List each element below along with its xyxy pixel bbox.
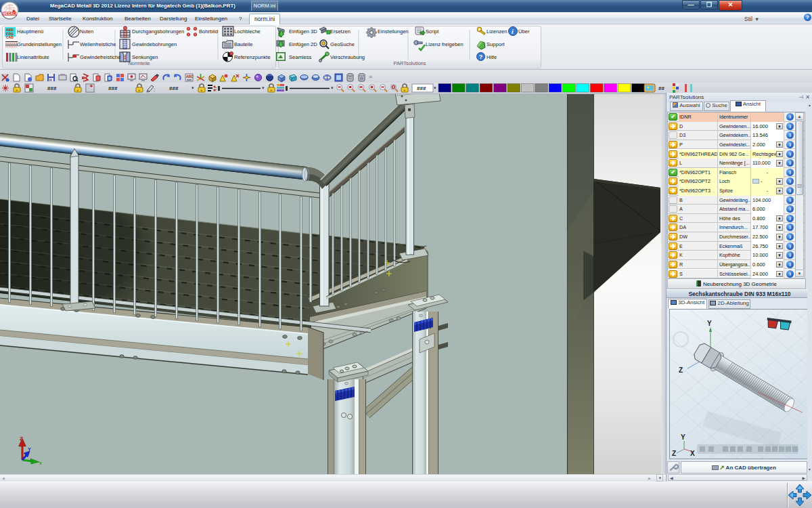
svg-text:+: + xyxy=(76,88,79,92)
svg-text:##: ## xyxy=(658,85,664,91)
svg-text:▾: ▾ xyxy=(434,85,436,90)
svg-text:?: ? xyxy=(479,54,483,60)
svg-text:▾: ▾ xyxy=(191,85,194,90)
svg-text:i: i xyxy=(512,28,514,35)
svg-text:H: H xyxy=(49,78,52,82)
svg-text:Y: Y xyxy=(707,320,712,327)
svg-text:MEGACAD: MEGACAD xyxy=(3,12,21,16)
svg-text:Z: Z xyxy=(679,366,683,374)
svg-text:▾: ▾ xyxy=(262,85,265,90)
svg-text:▾: ▾ xyxy=(331,85,334,90)
svg-text:Z: Z xyxy=(20,436,23,442)
svg-text:x: x xyxy=(39,461,42,465)
svg-text:+: + xyxy=(270,88,273,92)
svg-text:+: + xyxy=(200,88,203,92)
svg-text:###: ### xyxy=(108,85,118,91)
svg-text:=: = xyxy=(369,73,372,80)
svg-text:+: + xyxy=(138,88,141,92)
svg-text:###: ### xyxy=(47,85,57,91)
svg-text:X: X xyxy=(690,450,695,457)
svg-text:+: + xyxy=(403,88,406,92)
svg-text::: : xyxy=(215,86,217,91)
svg-text:Y: Y xyxy=(28,447,31,452)
svg-text:Y: Y xyxy=(681,433,685,441)
svg-text:+: + xyxy=(16,88,18,92)
svg-text:B: B xyxy=(108,77,111,81)
svg-text:Z: Z xyxy=(672,450,676,457)
svg-text:###: ### xyxy=(417,85,426,91)
svg-text:ABC: ABC xyxy=(186,75,194,79)
svg-text:CAD: CAD xyxy=(6,35,14,40)
svg-text::: : xyxy=(154,87,155,93)
svg-text:###: ### xyxy=(169,85,179,91)
